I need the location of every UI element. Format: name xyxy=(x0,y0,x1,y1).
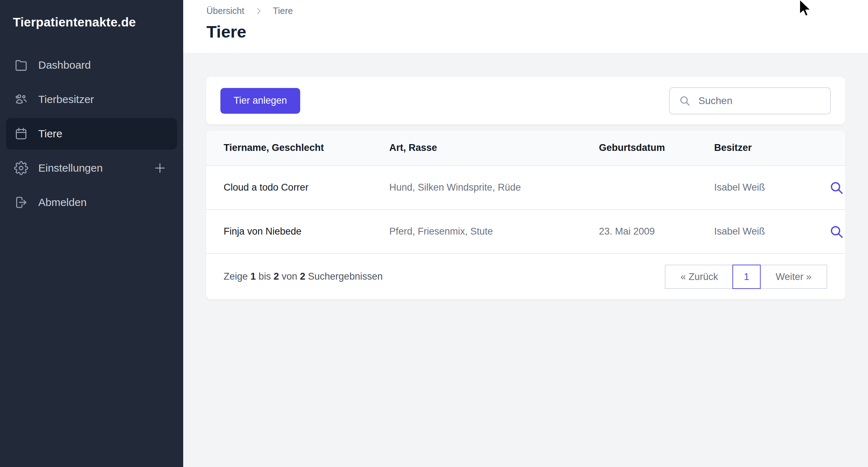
page-title: Tiere xyxy=(206,22,868,41)
cell-tiername: Cloud a todo Correr xyxy=(224,182,389,193)
magnifier-icon xyxy=(829,224,844,240)
brand-logo: Tierpatientenakte.de xyxy=(0,0,183,29)
sidebar-item-label: Dashboard xyxy=(38,59,91,71)
cell-geburtsdatum: 23. Mai 2009 xyxy=(599,226,714,237)
breadcrumb-uebersicht[interactable]: Übersicht xyxy=(206,6,244,16)
create-animal-button[interactable]: Tier anlegen xyxy=(220,88,300,114)
sidebar-item-einstellungen[interactable]: Einstellungen xyxy=(6,152,177,184)
sidebar-item-dashboard[interactable]: Dashboard xyxy=(6,49,177,81)
sidebar-item-label: Tiere xyxy=(38,128,62,140)
search-box[interactable] xyxy=(669,87,831,114)
pagination-next-button[interactable]: Weiter » xyxy=(760,265,826,288)
table-header-row: Tiername, Geschlecht Art, Rasse Geburtsd… xyxy=(206,131,845,166)
result-to: 2 xyxy=(274,271,279,282)
animals-table-card: Tiername, Geschlecht Art, Rasse Geburtsd… xyxy=(206,131,845,299)
cell-besitzer: Isabel Weiß xyxy=(714,182,811,193)
search-icon xyxy=(678,94,691,107)
result-total: 2 xyxy=(300,271,305,282)
column-header-besitzer: Besitzer xyxy=(714,142,811,153)
pagination-prev-button[interactable]: « Zurück xyxy=(665,265,733,288)
sidebar-nav: Dashboard Tierbesitzer xyxy=(0,49,183,218)
result-from: 1 xyxy=(250,271,256,282)
users-icon xyxy=(14,92,28,107)
magnifier-icon xyxy=(829,180,844,196)
column-header-tiername: Tiername, Geschlecht xyxy=(224,142,389,153)
sidebar-item-label: Einstellungen xyxy=(38,162,103,174)
table-row: Cloud a todo Correr Hund, Silken Windspr… xyxy=(206,166,845,210)
main-area: Übersicht Tiere Tiere Tier anlegen xyxy=(183,0,868,467)
sidebar-item-abmelden[interactable]: Abmelden xyxy=(6,187,177,218)
cell-besitzer: Isabel Weiß xyxy=(714,226,811,237)
toolbar-card: Tier anlegen xyxy=(206,77,845,124)
search-input[interactable] xyxy=(698,95,823,107)
results-summary: Zeige 1 bis 2 von 2 Suchergebnissen xyxy=(224,271,382,282)
pagination-page-1[interactable]: 1 xyxy=(732,265,761,289)
chevron-right-icon xyxy=(254,7,263,15)
logout-icon xyxy=(14,195,28,210)
view-animal-button[interactable] xyxy=(829,224,844,240)
calendar-icon xyxy=(14,127,28,141)
gear-icon xyxy=(14,161,28,175)
sidebar-item-label: Abmelden xyxy=(38,196,87,208)
plus-icon[interactable] xyxy=(153,162,166,174)
app-window: Tierpatientenakte.de Dashboard xyxy=(0,0,868,467)
breadcrumb: Übersicht Tiere xyxy=(206,6,868,16)
folder-icon xyxy=(14,58,28,72)
cell-art-rasse: Hund, Silken Windsprite, Rüde xyxy=(389,182,599,193)
cell-tiername: Finja von Niebede xyxy=(224,226,389,237)
sidebar-item-tiere[interactable]: Tiere xyxy=(6,118,177,149)
table-row: Finja von Niebede Pferd, Friesenmix, Stu… xyxy=(206,210,845,254)
sidebar-item-label: Tierbesitzer xyxy=(38,93,94,105)
sidebar: Tierpatientenakte.de Dashboard xyxy=(0,0,183,467)
cell-art-rasse: Pferd, Friesenmix, Stute xyxy=(389,226,599,237)
content: Tier anlegen Tiername, Geschlecht Art, R… xyxy=(183,54,868,299)
column-header-art-rasse: Art, Rasse xyxy=(389,142,599,153)
breadcrumb-tiere[interactable]: Tiere xyxy=(273,6,293,16)
view-animal-button[interactable] xyxy=(829,180,844,196)
table-footer: Zeige 1 bis 2 von 2 Suchergebnissen « Zu… xyxy=(206,254,845,299)
sidebar-item-tierbesitzer[interactable]: Tierbesitzer xyxy=(6,84,177,115)
column-header-geburtsdatum: Geburtsdatum xyxy=(599,142,714,153)
page-header: Übersicht Tiere Tiere xyxy=(183,0,868,54)
pagination: « Zurück 1 Weiter » xyxy=(665,265,827,289)
